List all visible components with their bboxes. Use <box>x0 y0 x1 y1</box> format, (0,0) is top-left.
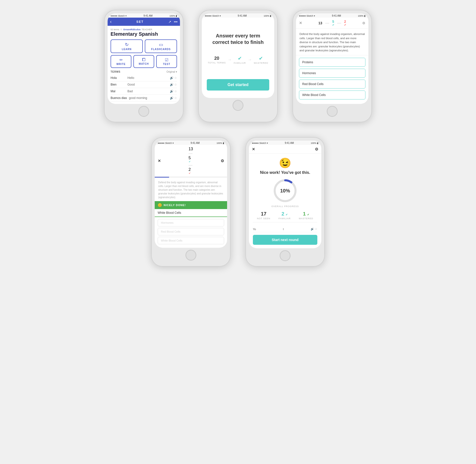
sort-label[interactable]: Original ▾ <box>167 70 177 73</box>
header-title: SET <box>136 20 144 24</box>
familiar-item: ✔ FAMILIAR <box>234 55 246 64</box>
get-started-button[interactable]: Get started <box>207 79 269 91</box>
teacher-role: TEACHER <box>142 28 152 31</box>
home-button[interactable] <box>280 250 291 261</box>
results-header: ✕ ⚙ <box>249 145 321 154</box>
phone-learn: ●●●●● Sketch ▾ 9:41 AM 100% ▮ Answer eve… <box>198 10 278 122</box>
familiar-stat-label: FAMILIAR <box>278 217 291 220</box>
settings-icon-4[interactable]: ⚙ <box>221 158 224 163</box>
start-next-button[interactable]: Start next round <box>253 235 317 245</box>
correct-answer: White Blood Cells <box>155 209 227 217</box>
correct-score: 5 ✔ <box>332 20 334 26</box>
mastered-stat-label: MASTERED <box>299 217 313 220</box>
correct-score-4: 5 ✔ <box>189 156 193 163</box>
mastered-stat: 1 ✔ MASTERED <box>299 211 313 220</box>
term-row: Mal Bad 🔊 ☆ <box>111 88 177 95</box>
wrong-score-4: 2 ✔ <box>189 167 193 175</box>
flashcards-mode[interactable]: ▭ FLASHCARDS <box>145 39 177 53</box>
write-icon: ✏ <box>112 58 130 62</box>
results-content: 😉 Nice work! You've got this. 10% OVERAL… <box>249 154 321 248</box>
terms-label: TERMS <box>111 70 120 73</box>
answer-question: Defend the body against invading organis… <box>155 178 227 201</box>
wrong-check-4: ✔ <box>189 172 193 175</box>
other-option-1: Hormones <box>158 219 224 226</box>
def-4: good morning <box>127 96 170 100</box>
battery-1: 100% ▮ <box>169 15 177 17</box>
signal-4: ●●●●● Sketch ▾ <box>158 142 174 144</box>
close-button[interactable]: ✕ <box>299 21 302 25</box>
battery-3: 100% ▮ <box>358 15 365 17</box>
phone-quiz: ●●●●● Sketch ▾ 9:41 AM 100% ▮ ✕ 13 — 5 ✔ <box>293 10 372 122</box>
time-1: 9:41 AM <box>144 14 153 17</box>
test-label: TEST <box>158 63 176 65</box>
teacher-name[interactable]: OrnareRidiculus <box>123 28 141 31</box>
write-mode[interactable]: ✏ WRITE <box>111 55 131 68</box>
term-actions-2: 🔊 ☆ <box>170 83 177 86</box>
total-label: TOTAL TERMS <box>208 62 226 64</box>
arrow-2: → <box>248 58 252 62</box>
learn-mode[interactable]: ↻ LEARN <box>111 39 143 53</box>
row-2: ●●●●● Sketch ▾ 9:41 AM 100% ▮ ✕ 13 — 5 ✔ <box>151 137 325 267</box>
total-num-4: 13 <box>189 147 193 151</box>
wrong-num: 2 ✔ <box>344 20 346 26</box>
home-button[interactable] <box>138 106 149 117</box>
settings-icon-5[interactable]: ⚙ <box>315 147 318 152</box>
term-1: Hola <box>111 76 125 80</box>
total-terms-item: 20 TOTAL TERMS <box>208 56 226 64</box>
option-hormones[interactable]: Hormones <box>299 69 365 78</box>
def-1: Hello <box>125 76 170 80</box>
signal-3: ●●●●● Sketch ▾ <box>299 15 315 17</box>
flashcards-label: FLASHCARDS <box>147 48 175 51</box>
status-bar-1: ●●●●● Sketch ▾ 9:41 AM 100% ▮ <box>108 13 180 18</box>
back-button[interactable]: ‹ <box>110 19 112 24</box>
write-label: WRITE <box>112 63 130 65</box>
modes-row1: ↻ LEARN ▭ FLASHCARDS <box>111 39 177 53</box>
option-white-blood-cells[interactable]: White Blood Cells <box>299 91 365 99</box>
arrow-1: → <box>228 58 232 62</box>
correct-check: ✔ <box>332 24 334 26</box>
test-mode[interactable]: ☑ TEST <box>156 55 177 68</box>
time-4: 9:41 AM <box>191 142 200 144</box>
status-bar-4: ●●●●● Sketch ▾ 9:41 AM 100% ▮ <box>155 141 227 145</box>
status-bar-2: ●●●●● Sketch ▾ 9:41 AM 100% ▮ <box>202 13 274 18</box>
set-subtitle: 52 terms ⚙ OrnareRidiculus TEACHER <box>111 28 177 31</box>
close-button-4[interactable]: ✕ <box>158 158 161 163</box>
phone-study-set: ●●●●● Sketch ▾ 9:41 AM 100% ▮ ‹ SET ↗ ••… <box>104 10 183 122</box>
battery-2: 100% ▮ <box>264 15 271 17</box>
not-seen-label: NOT SEEN <box>257 217 270 220</box>
results-title: Nice work! You've got this. <box>253 170 317 175</box>
match-icon: ⧠ <box>135 58 153 62</box>
term-actions-3: 🔊 ☆ <box>170 90 177 93</box>
battery-5: 100% ▮ <box>311 142 318 144</box>
correct-num: 5 ✔ <box>332 20 334 26</box>
share-icon[interactable]: ↗ <box>168 20 171 24</box>
option-proteins[interactable]: Proteins <box>299 58 365 67</box>
status-bar-3: ●●●●● Sketch ▾ 9:41 AM 100% ▮ <box>296 13 368 18</box>
settings-icon[interactable]: ⚙ <box>362 21 365 25</box>
wrong-num-4: 2 ✔ <box>189 167 193 175</box>
stats-row: 17 NOT SEEN 2 ✔ FAMILIAR 1 ✔ <box>253 211 317 222</box>
close-button-5[interactable]: ✕ <box>252 147 255 152</box>
wrong-score: 2 ✔ <box>344 20 346 26</box>
total-num: 13 <box>318 21 322 25</box>
home-button[interactable] <box>185 250 196 261</box>
match-mode[interactable]: ⧠ MATCH <box>133 55 154 68</box>
mini-def: I <box>283 228 284 231</box>
signal-5: ●●●●● Sketch ▾ <box>252 142 268 144</box>
progress-fill <box>155 177 169 178</box>
home-button[interactable] <box>327 106 338 117</box>
option-red-blood-cells[interactable]: Red Blood Cells <box>299 80 365 89</box>
term-row: Buenos dias good morning 🔊 ☆ <box>111 95 177 101</box>
total-score: 13 <box>318 21 322 25</box>
match-label: MATCH <box>135 62 153 65</box>
home-button[interactable] <box>233 100 243 111</box>
score-items-4: 13 — 5 ✔ — 2 ✔ <box>189 147 193 175</box>
more-icon[interactable]: ••• <box>174 20 178 24</box>
correct-banner: 😊 NICELY DONE! <box>155 201 227 209</box>
mastered-item: ✔ MASTERED <box>254 55 268 64</box>
nicely-done-label: NICELY DONE! <box>164 204 186 207</box>
learn-title: Answer every term correct twice to finis… <box>207 32 269 45</box>
result-emoji: 😉 <box>253 157 317 169</box>
term-2: Bien <box>111 83 125 86</box>
phone2-content: Answer every term correct twice to finis… <box>202 18 274 98</box>
